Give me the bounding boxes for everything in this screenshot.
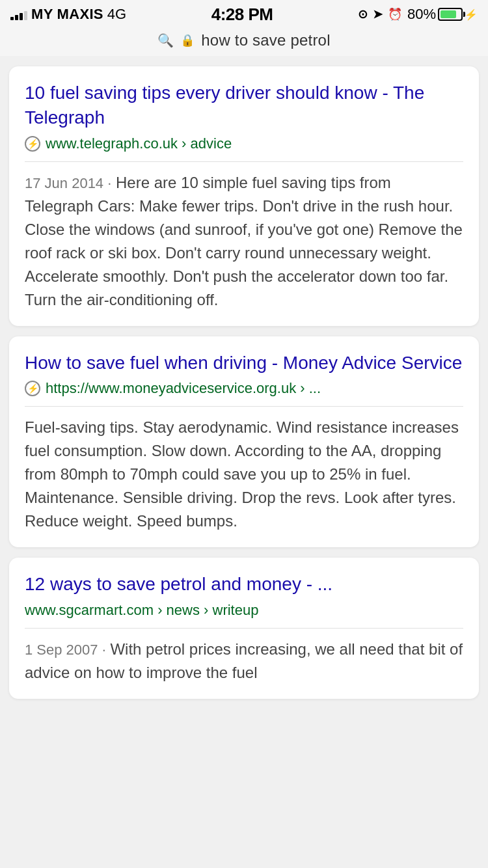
battery-icon — [438, 8, 463, 21]
status-bar: MY MAXIS 4G 4:28 PM ⊙ ➤ ⏰ 80% ⚡ — [0, 0, 488, 29]
results-container: 10 fuel saving tips every driver should … — [0, 56, 488, 709]
result-date-1: 17 Jun 2014 · — [25, 175, 111, 191]
amp-icon-1: ⚡ — [25, 136, 40, 152]
status-time: 4:28 PM — [211, 5, 273, 25]
result-card-3: 12 ways to save petrol and money - ... w… — [9, 558, 479, 699]
battery-fill — [441, 10, 456, 18]
search-icon: 🔍 — [157, 33, 174, 48]
divider-3 — [25, 628, 463, 629]
status-right: ⊙ ➤ ⏰ 80% ⚡ — [358, 6, 478, 23]
status-left: MY MAXIS 4G — [10, 6, 126, 23]
battery-percent: 80% — [407, 6, 436, 23]
alarm-icon: ⏰ — [388, 7, 402, 21]
charging-icon: ⚡ — [465, 8, 478, 21]
signal-bar-4 — [24, 11, 27, 20]
lock-icon: 🔒 — [180, 33, 195, 47]
result-url-row-1: ⚡ www.telegraph.co.uk › advice — [25, 135, 463, 152]
signal-bar-2 — [15, 15, 18, 20]
result-card-2: How to save fuel when driving - Money Ad… — [9, 336, 479, 548]
result-url-2[interactable]: https://www.moneyadviceservice.org.uk › … — [46, 380, 321, 397]
search-query-text[interactable]: how to save petrol — [201, 31, 330, 49]
result-url-3[interactable]: www.sgcarmart.com › news › writeup — [25, 602, 258, 619]
divider-1 — [25, 161, 463, 162]
amp-icon-2: ⚡ — [25, 381, 40, 396]
screen-rotation-icon: ⊙ — [358, 7, 368, 21]
signal-bars — [10, 8, 27, 20]
carrier-name: MY MAXIS — [31, 6, 103, 23]
divider-2 — [25, 406, 463, 407]
result-date-3: 1 Sep 2007 · — [25, 642, 106, 658]
result-card-1: 10 fuel saving tips every driver should … — [9, 66, 479, 326]
result-snippet-3: 1 Sep 2007 · With petrol prices increasi… — [25, 638, 463, 685]
signal-bar-1 — [10, 17, 14, 20]
result-title-2[interactable]: How to save fuel when driving - Money Ad… — [25, 351, 463, 375]
result-url-row-2: ⚡ https://www.moneyadviceservice.org.uk … — [25, 380, 463, 397]
signal-bar-3 — [20, 13, 23, 20]
result-snippet-text-1: Here are 10 simple fuel saving tips from… — [25, 174, 463, 308]
result-snippet-2: Fuel-saving tips. Stay aerodynamic. Wind… — [25, 416, 463, 533]
result-url-row-3: www.sgcarmart.com › news › writeup — [25, 602, 463, 619]
battery-container: 80% ⚡ — [407, 6, 478, 23]
result-snippet-1: 17 Jun 2014 · Here are 10 simple fuel sa… — [25, 171, 463, 312]
search-bar[interactable]: 🔍 🔒 how to save petrol — [0, 29, 488, 56]
result-title-1[interactable]: 10 fuel saving tips every driver should … — [25, 81, 463, 130]
result-title-3[interactable]: 12 ways to save petrol and money - ... — [25, 572, 463, 597]
location-icon: ➤ — [373, 7, 383, 21]
result-url-1[interactable]: www.telegraph.co.uk › advice — [46, 135, 232, 152]
network-type: 4G — [107, 6, 126, 23]
